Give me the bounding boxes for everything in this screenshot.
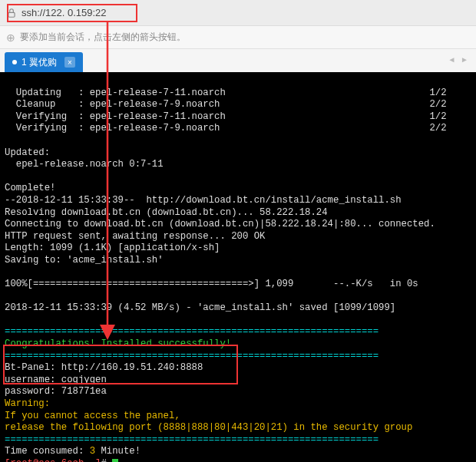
t-line: HTTP request sent, awaiting response... … [5, 231, 265, 242]
t-warning-line: If you cannot access the panel, [5, 411, 180, 421]
t-warning-line: release the following port (8888|888|80|… [5, 422, 412, 433]
t-line: Resolving download.bt.cn (download.bt.cn… [5, 207, 328, 218]
t-line: Updating : epel-release-7-11.noarch 1/2 [5, 87, 447, 98]
cursor-icon [112, 459, 118, 462]
t-line: Verifying : epel-release-7-9.noarch 2/2 [5, 123, 447, 134]
t-warning: Warning: [5, 398, 50, 409]
tab-nav-arrows[interactable]: ◄ ► [448, 55, 470, 64]
tab-label: 1 翼优购 [21, 56, 57, 69]
t-line: Length: 1099 (1.1K) [application/x-sh] [5, 243, 220, 253]
t-divider: ========================================… [5, 434, 378, 445]
svg-rect-0 [8, 12, 15, 17]
t-line: Verifying : epel-release-7-11.noarch 1/2 [5, 111, 447, 122]
t-divider: ========================================… [5, 351, 378, 361]
t-line: 100%[===================================… [5, 279, 418, 289]
address-text: ssh://122. 0.159:22 [21, 7, 107, 18]
t-line: Saving to: 'acme_install.sh' [5, 255, 164, 266]
t-line: --2018-12-11 15:33:39-- http://download.… [5, 195, 402, 206]
t-line: Connecting to download.bt.cn (download.b… [5, 219, 435, 229]
t-line: epel-release.noarch 0:7-11 [5, 159, 164, 170]
t-line: Complete! [5, 183, 55, 193]
tab-session-1[interactable]: 1 翼优购 × [5, 52, 83, 72]
lock-icon [6, 8, 17, 18]
t-congrats: Congratulations! Installed successfully! [5, 338, 231, 349]
t-divider: ========================================… [5, 326, 378, 337]
t-line: Cleanup : epel-release-7-9.noarch 2/2 [5, 99, 447, 110]
plus-icon[interactable]: ⊕ [6, 31, 15, 44]
t-line: 2018-12-11 15:33:39 (4.52 MB/s) - 'acme_… [5, 302, 395, 313]
address-bar[interactable]: ssh://122. 0.159:22 [0, 0, 476, 26]
t-prompt[interactable]: [root@ecs-6acb ~]# [5, 458, 118, 462]
t-password: password: 718771ea [5, 386, 107, 397]
tab-status-dot [12, 60, 17, 64]
info-text: 要添加当前会话，点击左侧的箭头按钮。 [20, 31, 186, 44]
terminal-output[interactable]: Updating : epel-release-7-11.noarch 1/2 … [0, 72, 476, 462]
t-line: Updated: [5, 147, 50, 158]
tab-close-button[interactable]: × [64, 57, 75, 68]
info-bar: ⊕ 要添加当前会话，点击左侧的箭头按钮。 [0, 26, 476, 49]
tab-bar: 1 翼优购 × ◄ ► [0, 49, 476, 72]
t-time-consumed: Time consumed: 3 Minute! [5, 446, 140, 457]
t-panel-url: Bt-Panel: http://160.19.51.240:8888 [5, 362, 203, 373]
t-username: username: coqjygen [5, 375, 107, 385]
